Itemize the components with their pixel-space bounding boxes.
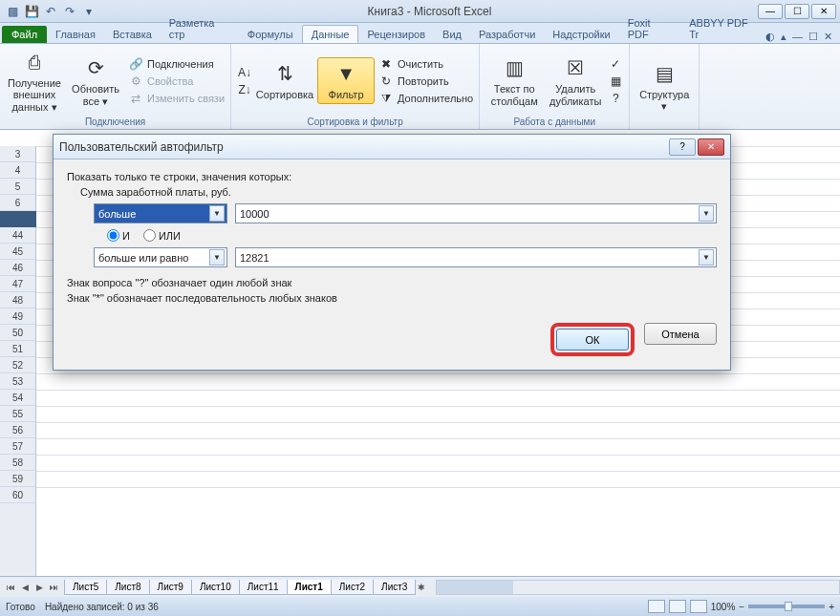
page-layout-button[interactable] [669,600,686,613]
close-button[interactable]: ✕ [811,4,836,19]
last-sheet-button[interactable]: ⏭ [47,581,60,594]
sheet-tab[interactable]: Лист9 [149,580,192,595]
mdi-max-icon[interactable]: ☐ [808,31,818,43]
zoom-level[interactable]: 100% [711,602,736,612]
or-radio[interactable]: ИЛИ [143,229,181,242]
zoom-slider[interactable] [748,605,825,608]
chevron-down-icon[interactable]: ▼ [209,205,225,222]
row-header[interactable]: 52 [0,357,35,373]
row-header[interactable]: 55 [0,406,35,422]
sheet-tab[interactable]: Лист8 [106,580,149,595]
dialog-close-button[interactable]: ✕ [698,138,724,156]
sheet-tab[interactable]: Лист3 [373,580,416,595]
row-header[interactable]: 48 [0,292,35,308]
refresh-all-button[interactable]: ⟳Обновить все ▾ [67,54,124,106]
excel-icon[interactable]: ▩ [4,3,21,20]
tab-formulas[interactable]: Формулы [239,26,302,43]
reapply-filter-button[interactable]: ↻Повторить [378,74,473,89]
chevron-down-icon[interactable]: ▼ [209,249,225,266]
sheet-tab[interactable]: Лист10 [191,580,240,595]
mdi-close-icon[interactable]: ✕ [824,31,832,43]
row-header[interactable]: 5 [0,179,35,195]
sort-za-button[interactable]: Z↓ [237,82,252,97]
chevron-down-icon[interactable]: ▼ [699,249,714,266]
row-header[interactable]: 6 [0,195,35,211]
sort-button[interactable]: ⇅Сортировка [256,60,313,100]
whatif-button[interactable]: ? [608,91,623,106]
dialog-titlebar[interactable]: Пользовательский автофильтр ? ✕ [54,135,730,159]
tab-review[interactable]: Рецензиров [358,26,434,43]
mdi-min-icon[interactable]: — [792,31,803,43]
and-radio[interactable]: И [107,229,130,242]
connections-button[interactable]: 🔗Подключения [128,56,225,72]
row-header[interactable]: 58 [0,455,35,471]
row-header[interactable]: 59 [0,471,35,487]
value2-combo[interactable]: 12821 ▼ [235,247,717,267]
tab-addins[interactable]: Надстройки [544,26,618,43]
normal-view-button[interactable] [648,600,665,613]
operator2-combo[interactable]: больше или равно ▼ [94,247,227,267]
save-icon[interactable]: 💾 [23,3,40,20]
tab-developer[interactable]: Разработчи [470,26,544,43]
sheet-tab[interactable]: Лист5 [64,580,107,595]
value1-combo[interactable]: 10000 ▼ [235,203,717,223]
sheet-tab[interactable]: Лист2 [331,580,374,595]
row-header[interactable]: 4 [0,162,35,179]
value1-text: 10000 [240,208,269,220]
tab-data[interactable]: Данные [302,25,359,43]
tab-layout[interactable]: Разметка стр [161,14,239,43]
row-header[interactable]: 50 [0,325,35,341]
maximize-button[interactable]: ☐ [785,4,809,19]
outline-button[interactable]: ▤Структура ▾ [635,60,693,112]
undo-icon[interactable]: ↶ [42,3,59,20]
tab-view[interactable]: Вид [434,26,470,43]
tab-abbyy[interactable]: ABBYY PDF Tr [680,14,765,43]
row-header[interactable]: 57 [0,438,35,455]
tab-insert[interactable]: Вставка [104,26,161,43]
file-tab[interactable]: Файл [2,26,47,43]
qat-dropdown-icon[interactable]: ▾ [80,3,97,20]
redo-icon[interactable]: ↷ [61,3,78,20]
data-validation-button[interactable]: ✓ [608,56,623,72]
row-header[interactable]: 3 [0,146,35,162]
zoom-out-button[interactable]: − [739,602,744,612]
prev-sheet-button[interactable]: ◀ [18,581,32,594]
new-sheet-button[interactable]: ✱ [415,581,428,594]
dialog-help-button[interactable]: ? [669,138,696,156]
get-external-data-button[interactable]: ⎙Получение внешних данных ▾ [6,49,63,112]
row-header[interactable]: 60 [0,487,35,503]
sheet-tab[interactable]: Лист11 [239,580,288,595]
tab-foxit[interactable]: Foxit PDF [619,14,681,43]
help-icon[interactable]: ◐ [765,31,775,43]
row-header[interactable]: 53 [0,373,35,390]
row-header[interactable]: 46 [0,260,35,276]
text-to-columns-button[interactable]: ▥Текст по столбцам [485,54,543,106]
next-sheet-button[interactable]: ▶ [32,581,46,594]
consolidate-button[interactable]: ▦ [608,74,623,89]
sort-az-button[interactable]: A↓ [237,65,252,80]
operator1-combo[interactable]: больше ▼ [94,203,227,223]
row-header[interactable]: 56 [0,422,35,438]
group-connections: ⎙Получение внешних данных ▾ ⟳Обновить вс… [0,44,231,129]
chevron-down-icon[interactable]: ▼ [699,205,714,222]
sheet-tab[interactable]: Лист1 [287,580,332,595]
row-header[interactable]: 47 [0,276,35,292]
horizontal-scrollbar[interactable] [436,580,840,595]
row-header[interactable]: 49 [0,308,35,325]
zoom-in-button[interactable]: + [829,602,834,612]
row-header[interactable]: 45 [0,244,35,260]
row-header[interactable]: 44 [0,227,35,244]
tab-home[interactable]: Главная [47,26,104,43]
ribbon-min-icon[interactable]: ▴ [781,31,786,43]
advanced-filter-button[interactable]: ⧩Дополнительно [378,91,473,106]
row-header[interactable]: 51 [0,341,35,357]
first-sheet-button[interactable]: ⏮ [4,581,17,594]
columns-icon: ▥ [499,54,529,81]
ok-button[interactable]: ОК [556,329,629,350]
cancel-button[interactable]: Отмена [644,323,717,345]
remove-duplicates-button[interactable]: ☒Удалить дубликаты [547,54,604,106]
page-break-button[interactable] [690,600,707,613]
clear-filter-button[interactable]: ✖Очистить [378,56,473,72]
row-header[interactable]: 54 [0,390,35,406]
filter-button[interactable]: ▼Фильтр [317,57,375,103]
